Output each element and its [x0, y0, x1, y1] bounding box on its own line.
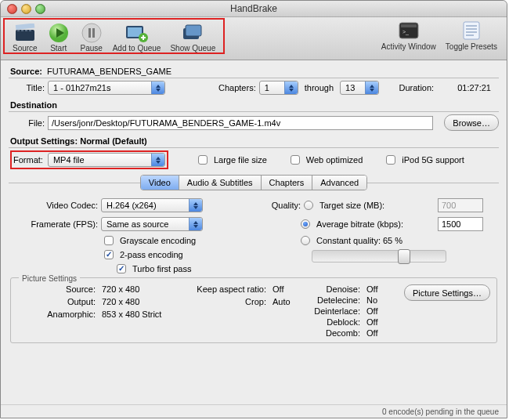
close-icon[interactable]	[7, 4, 17, 14]
quality-slider[interactable]	[312, 250, 446, 262]
source-button[interactable]: Source	[8, 22, 42, 52]
presets-icon	[460, 20, 483, 42]
turbo-checkbox[interactable]	[117, 264, 126, 273]
toolbar-left-highlight: Source Start Pause Add to Queue	[3, 18, 225, 54]
svg-rect-12	[186, 25, 201, 36]
toolbar-right: >_ Activity Window Toggle Presets	[377, 17, 507, 51]
pic-anamorphic-value: 853 x 480 Strict	[102, 310, 188, 319]
activity-window-button[interactable]: >_ Activity Window	[377, 20, 441, 51]
queue-status: 0 encode(s) pending in the queue	[382, 407, 499, 416]
file-input[interactable]	[48, 116, 433, 130]
play-icon	[47, 22, 70, 43]
framerate-label: Framerate (FPS):	[20, 219, 98, 229]
pic-output-value: 720 x 480	[102, 297, 164, 306]
target-size-label: Target size (MB):	[319, 201, 384, 210]
traffic-lights	[1, 4, 45, 14]
ipod-checkbox[interactable]	[386, 155, 395, 165]
show-queue-button[interactable]: Show Queue	[165, 22, 220, 52]
pic-denoise-label: Denoise:	[298, 284, 366, 294]
pic-decomb-label: Decomb:	[298, 328, 366, 338]
web-optimized-checkbox[interactable]	[291, 155, 300, 165]
pic-detelecine-value: No	[366, 295, 390, 305]
source-name: FUTURAMA_BENDERS_GAME	[47, 67, 171, 76]
avg-bitrate-radio[interactable]	[301, 219, 310, 229]
chapter-to: 13	[345, 83, 355, 92]
chapter-to-select[interactable]: 13	[340, 81, 379, 95]
through-label: through	[301, 83, 337, 92]
destination-section: Destination	[9, 97, 499, 112]
tab-chapters-label: Chapters	[269, 178, 305, 187]
minimize-icon[interactable]	[21, 4, 31, 14]
svg-rect-7	[92, 28, 95, 38]
browse-button[interactable]: Browse…	[444, 114, 499, 131]
dropdown-arrows-icon	[189, 199, 202, 212]
dropdown-arrows-icon	[151, 81, 164, 94]
pic-denoise-value: Off	[366, 284, 390, 294]
grayscale-label: Grayscale encoding	[120, 236, 196, 245]
svg-rect-6	[88, 28, 91, 38]
source-section: Source: FUTURAMA_BENDERS_GAME	[9, 63, 499, 78]
file-label: File:	[20, 118, 45, 128]
dropdown-arrows-icon	[284, 81, 298, 94]
svg-rect-16	[464, 22, 479, 39]
dropdown-arrows-icon	[151, 154, 164, 166]
tab-video[interactable]: Video	[141, 176, 179, 190]
codec-label: Video Codec:	[20, 201, 98, 210]
app-window: HandBrake Source Start Pause	[0, 0, 507, 418]
pic-deblock-label: Deblock:	[298, 317, 366, 327]
avg-bitrate-label: Average bitrate (kbps):	[316, 219, 403, 229]
tab-chapters[interactable]: Chapters	[262, 176, 313, 190]
target-size-input[interactable]	[438, 198, 483, 212]
tab-audio-label: Audio & Subtitles	[187, 178, 253, 187]
tab-advanced[interactable]: Advanced	[312, 176, 366, 190]
codec-value: H.264 (x264)	[106, 201, 157, 210]
format-label: Format:	[13, 155, 48, 165]
ipod-label: iPod 5G support	[402, 155, 464, 165]
title-select[interactable]: 1 - 01h27m21s	[48, 81, 165, 95]
tab-advanced-label: Advanced	[320, 178, 359, 187]
codec-select[interactable]: H.264 (x264)	[101, 198, 203, 212]
pic-aspect-label: Keep aspect ratio:	[188, 284, 273, 294]
toggle-presets-button[interactable]: Toggle Presets	[441, 20, 502, 51]
tab-audio[interactable]: Audio & Subtitles	[179, 176, 262, 190]
avg-bitrate-input[interactable]	[438, 217, 483, 231]
two-pass-checkbox[interactable]	[104, 250, 114, 259]
pic-source-value: 720 x 480	[102, 284, 164, 294]
large-file-checkbox[interactable]	[198, 155, 208, 165]
svg-rect-0	[16, 30, 34, 41]
status-bar: 0 encode(s) pending in the queue	[1, 404, 507, 418]
framerate-select[interactable]: Same as source	[101, 217, 203, 231]
video-panel: Video Codec: H.264 (x264) Framerate (FPS…	[9, 195, 499, 343]
chapter-from-select[interactable]: 1	[259, 81, 298, 95]
turbo-label: Turbo first pass	[132, 264, 191, 273]
window-title: HandBrake	[1, 3, 507, 14]
pause-button[interactable]: Pause	[75, 22, 108, 52]
constant-quality-radio[interactable]	[301, 236, 310, 245]
slider-thumb-icon[interactable]	[398, 249, 410, 264]
pic-detelecine-label: Detelecine:	[298, 295, 366, 305]
pic-aspect-value: Off	[273, 284, 296, 294]
start-button[interactable]: Start	[42, 22, 75, 52]
dropdown-arrows-icon	[365, 81, 378, 94]
chapter-from: 1	[265, 83, 269, 92]
output-section: Output Settings: Normal (Default)	[9, 133, 499, 148]
format-highlight: Format: MP4 file	[10, 150, 168, 169]
svg-rect-14	[401, 24, 417, 27]
constant-quality-label: Constant quality: 65 %	[316, 236, 403, 245]
picture-settings-button[interactable]: Picture Settings…	[404, 284, 490, 301]
grayscale-checkbox[interactable]	[104, 236, 114, 245]
picture-settings-group: Picture Settings Source:720 x 480 Output…	[10, 277, 497, 343]
zoom-icon[interactable]	[35, 4, 45, 14]
framerate-value: Same as source	[106, 219, 168, 229]
pic-crop-value: Auto	[273, 297, 296, 306]
source-section-label: Source:	[10, 67, 42, 76]
format-select[interactable]: MP4 file	[48, 153, 165, 167]
show-queue-label: Show Queue	[170, 44, 215, 52]
duration-label: Duration:	[399, 83, 435, 92]
add-to-queue-button[interactable]: Add to Queue	[108, 22, 166, 52]
browse-label: Browse…	[453, 118, 490, 128]
pic-crop-label: Crop:	[188, 297, 273, 306]
content: Source: FUTURAMA_BENDERS_GAME Title: 1 -…	[1, 60, 507, 404]
target-size-radio[interactable]	[304, 201, 313, 210]
svg-rect-1	[16, 24, 34, 30]
